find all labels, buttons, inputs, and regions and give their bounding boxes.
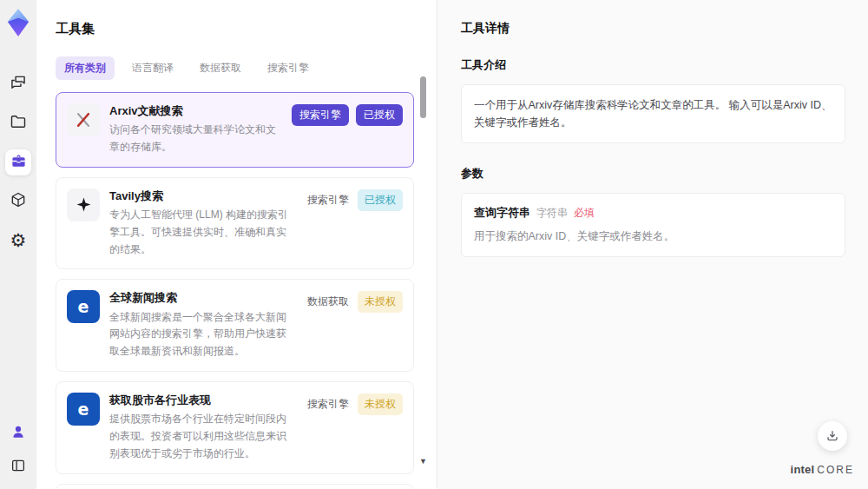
- toolset-panel: 工具集 所有类别语言翻译数据获取搜索引擎 Arxiv文献搜索 访问各个研究领域大…: [36, 0, 437, 489]
- tool-auth-badge[interactable]: 已授权: [356, 104, 403, 126]
- folder-icon: [10, 113, 27, 134]
- intro-card: 一个用于从Arxiv存储库搜索科学论文和文章的工具。 输入可以是Arxiv ID…: [461, 84, 845, 143]
- diamond-logo-icon: [5, 8, 31, 37]
- tool-auth-badge[interactable]: 未授权: [358, 393, 403, 415]
- intel-core-logo: intel core: [791, 463, 854, 476]
- brand-primary: intel: [791, 463, 815, 476]
- chat-icon: [10, 74, 27, 95]
- tool-list: Arxiv文献搜索 访问各个研究领域大量科学论文和文章的存储库。 搜索引擎 已授…: [56, 92, 414, 489]
- category-tabs: 所有类别语言翻译数据获取搜索引擎: [56, 56, 414, 80]
- list-scrollbar[interactable]: [420, 76, 426, 460]
- download-button[interactable]: [818, 421, 847, 451]
- news-search-icon: e: [67, 290, 100, 323]
- sidebar-item-chat[interactable]: [5, 71, 31, 97]
- details-title: 工具详情: [461, 21, 845, 36]
- user-icon: [10, 424, 26, 443]
- tool-description: 全球新闻搜索是一个聚合全球各大新闻网站内容的搜索引擎，帮助用户快速获取全球最新资…: [109, 309, 296, 360]
- tool-card[interactable]: e 获取股市各行业表现 提供股票市场各个行业在特定时间段内的表现。投资者可以利用…: [56, 381, 414, 474]
- tool-card[interactable]: e 全球新闻搜索 全球新闻搜索是一个聚合全球各大新闻网站内容的搜索引擎，帮助用户…: [56, 279, 414, 372]
- download-icon: [825, 429, 839, 443]
- tool-title: 全球新闻搜索: [109, 290, 296, 306]
- sidebar-nav: ⚙: [5, 71, 31, 254]
- news-search-icon: e: [67, 393, 100, 426]
- params-heading: 参数: [461, 166, 845, 182]
- cube-icon: [10, 191, 27, 212]
- page-title: 工具集: [56, 21, 414, 37]
- tool-auth-badge[interactable]: 未授权: [358, 291, 403, 313]
- tool-card[interactable]: Tavily搜索 专为人工智能代理 (LLM) 构建的搜索引擎工具。可快速提供实…: [56, 177, 414, 270]
- tool-category-badge: 搜索引擎: [306, 393, 351, 415]
- sidebar-item-user[interactable]: [5, 420, 31, 446]
- app-logo: [4, 7, 32, 38]
- sidebar-item-gear[interactable]: ⚙: [5, 228, 31, 254]
- tool-details-panel: 工具详情 工具介绍 一个用于从Arxiv存储库搜索科学论文和文章的工具。 输入可…: [438, 0, 868, 489]
- param-description: 用于搜索的Arxiv ID、关键字或作者姓名。: [474, 228, 832, 245]
- tool-title: Tavily搜索: [109, 188, 296, 204]
- sidebar-item-panel-toggle[interactable]: [5, 454, 31, 480]
- brand-secondary: core: [817, 464, 854, 476]
- tool-title: Arxiv文献搜索: [109, 103, 282, 119]
- param-type: 字符串: [536, 206, 568, 221]
- sidebar-item-cube[interactable]: [5, 188, 31, 215]
- tool-category-badge: 数据获取: [306, 291, 351, 313]
- tool-card[interactable]: e 获取市场最活跃股票信息 提供当天交易量最高的股票列表，投资者可以利用这些信息…: [56, 484, 414, 489]
- tool-category-badge: 搜索引擎: [292, 104, 349, 126]
- tool-description: 访问各个研究领域大量科学论文和文章的存储库。: [109, 122, 282, 156]
- param-name: 查询字符串: [474, 205, 530, 221]
- tool-auth-badge[interactable]: 已授权: [358, 189, 403, 211]
- tool-category-badge: 搜索引擎: [306, 189, 351, 211]
- gear-icon: ⚙: [10, 231, 27, 250]
- tool-description: 专为人工智能代理 (LLM) 构建的搜索引擎工具。可快速提供实时、准确和真实的结…: [109, 207, 296, 258]
- tool-card[interactable]: Arxiv文献搜索 访问各个研究领域大量科学论文和文章的存储库。 搜索引擎 已授…: [56, 92, 414, 168]
- sidebar-item-toolbox[interactable]: [5, 149, 31, 175]
- scrollbar-thumb[interactable]: [420, 76, 426, 118]
- sidebar-item-folder[interactable]: [5, 110, 31, 136]
- param-required-badge: 必填: [574, 206, 595, 221]
- sidebar-bottom: [5, 420, 31, 480]
- category-tab[interactable]: 语言翻译: [123, 56, 182, 80]
- category-tab[interactable]: 数据获取: [191, 56, 250, 80]
- toolbox-icon: [10, 153, 27, 173]
- tool-title: 获取股市各行业表现: [109, 393, 296, 408]
- sparkle-icon: [67, 188, 100, 221]
- panel-toggle-icon: [10, 458, 26, 477]
- category-tab[interactable]: 搜索引擎: [259, 56, 318, 80]
- app-sidebar: ⚙: [0, 0, 36, 489]
- parameter-card: 查询字符串 字符串 必填 用于搜索的Arxiv ID、关键字或作者姓名。: [461, 193, 845, 257]
- arxiv-logo-icon: [67, 103, 100, 136]
- intro-heading: 工具介绍: [461, 57, 845, 73]
- category-tab[interactable]: 所有类别: [56, 56, 115, 80]
- scroll-down-arrow-icon[interactable]: ▼: [419, 458, 427, 466]
- tool-description: 提供股票市场各个行业在特定时间段内的表现。投资者可以利用这些信息来识别表现优于或…: [109, 411, 296, 462]
- params-list: 查询字符串 字符串 必填 用于搜索的Arxiv ID、关键字或作者姓名。: [461, 193, 845, 257]
- intro-text: 一个用于从Arxiv存储库搜索科学论文和文章的工具。 输入可以是Arxiv ID…: [474, 99, 832, 129]
